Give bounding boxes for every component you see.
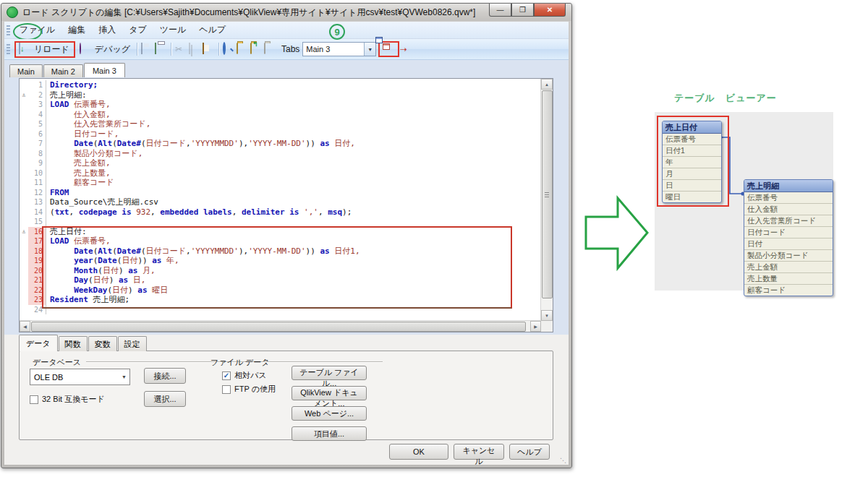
resize-grip[interactable]: ⋱ [560, 457, 567, 464]
paste-icon[interactable] [203, 43, 215, 55]
code-segment: as [320, 139, 329, 148]
connect-button[interactable]: 接続... [144, 368, 186, 384]
help-button[interactable]: ヘルプ [509, 444, 550, 460]
filedata-button[interactable]: 項目値... [292, 426, 367, 441]
table-field: 伝票番号 [744, 192, 833, 204]
file-menu-annotation-circle [13, 23, 42, 40]
toolbar-grip[interactable] [7, 44, 10, 54]
ftp-checkbox[interactable]: FTP の使用 [222, 384, 276, 395]
print-icon[interactable] [155, 43, 167, 55]
scroll-down-icon[interactable]: ▼ [541, 310, 553, 321]
ok-button[interactable]: OK [389, 444, 448, 460]
code-line: 9 売上金額, [20, 158, 540, 168]
scroll-left-icon[interactable]: ◀ [20, 321, 30, 332]
goto-arrow-icon[interactable]: ⇢ [400, 43, 412, 55]
database-combo[interactable]: OLE DB ▼ [30, 369, 130, 385]
demote-tab-folder-icon[interactable] [264, 43, 276, 55]
promote-tab-folder-icon[interactable] [250, 43, 263, 55]
window-title: ロード スクリプトの編集 [C:¥Users¥Sajith¥Documents¥… [22, 7, 475, 19]
code-text[interactable]: 日付コード, [46, 129, 119, 139]
bookmark-spacer [20, 139, 28, 149]
bottom-tab[interactable]: 関数 [59, 336, 88, 351]
filedata-button[interactable]: テーブル ファイル... [292, 366, 367, 380]
code-segment: 日付, [330, 139, 355, 148]
filedata-button[interactable]: QlikView ドキュメント... [292, 386, 367, 400]
code-segment: 顧客コード [50, 178, 114, 187]
bookmark-spacer [20, 266, 28, 276]
menu-item[interactable]: タブ [122, 22, 153, 38]
code-text[interactable]: 顧客コード [46, 178, 114, 188]
script-tab[interactable]: Main [9, 64, 43, 77]
code-text[interactable]: 仕入先営業所コード, [46, 119, 150, 129]
database-combo-arrow-icon[interactable]: ▼ [122, 374, 127, 379]
ftp-checkbox-icon[interactable] [222, 385, 231, 394]
title-bar[interactable]: ロード スクリプトの編集 [C:¥Users¥Sajith¥Documents¥… [1, 4, 571, 21]
cancel-button[interactable]: キャンセル [454, 444, 504, 460]
code-text[interactable]: Date(Alt(Date#(日付コード,'YYYYMMDD'),'YYYY-M… [46, 139, 355, 149]
table-title: 売上明細 [744, 180, 833, 192]
scroll-up-icon[interactable]: ▲ [541, 79, 553, 90]
new-tab-folder-icon[interactable] [237, 43, 249, 55]
code-text[interactable]: 売上明細: [46, 90, 87, 100]
save-icon[interactable] [141, 43, 153, 55]
combo-dropdown-icon[interactable]: ▼ [364, 43, 375, 56]
line-number: 1 [28, 80, 46, 90]
select-button[interactable]: 選択... [144, 391, 186, 407]
scroll-right-icon[interactable]: ▶ [530, 321, 541, 332]
bottom-tab[interactable]: データ [19, 335, 58, 351]
code-text[interactable]: 売上金額, [46, 158, 111, 168]
line-number: 11 [28, 178, 46, 188]
code-line: 8 製品小分類コード, [20, 149, 540, 159]
relative-path-check-icon[interactable]: ✓ [222, 371, 231, 380]
code-text[interactable]: Data_Source\売上明細.csv [46, 197, 158, 207]
code-text[interactable]: (txt, codepage is 932, embedded labels, … [46, 207, 352, 218]
code-segment: FROM [50, 188, 69, 197]
menu-item[interactable]: 編集 [61, 22, 92, 38]
table-viewer-icon[interactable] [383, 43, 395, 55]
code-segment: 日付コード [146, 139, 187, 148]
code-segment: Directory; [50, 80, 98, 90]
code-text[interactable]: LOAD 伝票番号, [46, 100, 111, 110]
restore-button[interactable]: ❐ [511, 4, 534, 17]
code-text[interactable]: Directory; [46, 80, 98, 90]
close-button[interactable]: ✕ [534, 4, 566, 17]
menu-item[interactable]: 挿入 [92, 22, 122, 38]
bottom-tab[interactable]: 設定 [118, 336, 147, 351]
code-segment: Data_Source\売上明細.csv [50, 197, 158, 207]
menu-item[interactable]: ヘルプ [192, 22, 232, 38]
compat-checkbox-icon[interactable] [30, 395, 38, 404]
menu-grip[interactable] [7, 25, 10, 35]
compat-checkbox[interactable]: 32 Bit 互換モード [30, 394, 105, 405]
code-text[interactable]: 売上数量, [46, 168, 111, 179]
code-text[interactable]: FROM [46, 188, 69, 198]
line-number: 2 [28, 90, 46, 100]
reload-button[interactable]: リロード [14, 41, 75, 58]
script-tab[interactable]: Main 3 [84, 63, 125, 77]
code-text[interactable] [46, 217, 50, 227]
script-tabstrip: MainMain 2Main 3 [9, 62, 126, 77]
horizontal-scrollbar[interactable]: ◀ ▶ [20, 320, 541, 332]
script-editor[interactable]: 1Directory;⚓2売上明細:3LOAD 伝票番号,4 仕入金額,5 仕入… [19, 78, 553, 332]
cut-icon[interactable]: ✂ [175, 43, 187, 55]
bottom-tab[interactable]: 変数 [88, 336, 117, 351]
filedata-group-label: ファイル データ [210, 357, 270, 368]
filedata-button[interactable]: Web ページ... [292, 406, 367, 421]
viewer-table-2[interactable]: 売上明細伝票番号仕入金額仕入先営業所コード日付コード日付製品小分類コード売上金額… [744, 179, 833, 296]
menu-item[interactable]: ツール [153, 22, 193, 38]
find-icon[interactable] [223, 43, 235, 55]
code-text[interactable]: 製品小分類コード, [46, 149, 142, 159]
code-text[interactable]: 仕入金額, [46, 110, 111, 120]
script-tab[interactable]: Main 2 [43, 64, 83, 77]
debug-button[interactable]: デバッグ [75, 42, 134, 57]
line-number: 13 [28, 197, 46, 207]
code-segment: , [232, 207, 242, 217]
vertical-scroll-thumb[interactable] [542, 90, 553, 298]
copy-icon[interactable] [189, 43, 201, 55]
horizontal-scroll-thumb[interactable] [31, 322, 526, 332]
sales-date-annotation-box [657, 116, 729, 207]
minimize-button[interactable]: — [489, 4, 511, 17]
relative-path-checkbox[interactable]: ✓ 相対パス [222, 370, 267, 381]
bookmark-spacer [20, 168, 28, 179]
tab-select-combo[interactable]: Main 3 ▼ [302, 42, 376, 56]
vertical-scrollbar[interactable]: ▲ ▼ [540, 79, 553, 321]
